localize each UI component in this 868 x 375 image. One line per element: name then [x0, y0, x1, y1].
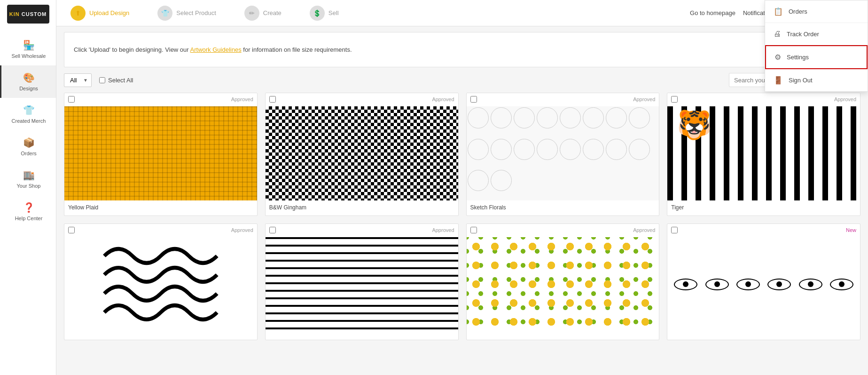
dropdown-track-label: Track Order [787, 31, 819, 38]
dropdown-settings-label: Settings [787, 54, 809, 61]
dropdown-overlay[interactable] [0, 0, 868, 375]
dropdown-signout-label: Sign Out [789, 77, 813, 84]
dropdown-orders[interactable]: 📋 Orders [765, 0, 868, 23]
orders-dropdown-icon: 📋 [774, 7, 783, 16]
user-dropdown-menu: 📋 Orders 🖨 Track Order ⚙ Settings 🚪 Sign… [765, 0, 868, 92]
dropdown-track-order[interactable]: 🖨 Track Order [765, 23, 868, 45]
track-order-icon: 🖨 [774, 30, 781, 38]
settings-icon: ⚙ [774, 53, 781, 62]
sign-out-icon: 🚪 [774, 76, 783, 85]
dropdown-settings[interactable]: ⚙ Settings [765, 45, 868, 69]
dropdown-orders-label: Orders [789, 8, 807, 15]
dropdown-sign-out[interactable]: 🚪 Sign Out [765, 69, 868, 91]
